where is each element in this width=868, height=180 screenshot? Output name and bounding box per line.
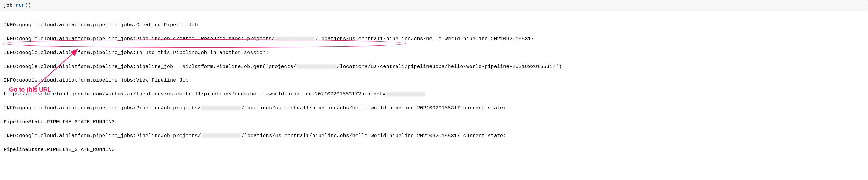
log-line: INFO:google.cloud.aiplatform.pipeline_jo… bbox=[4, 105, 864, 112]
log-message: Creating PipelineJob bbox=[136, 22, 198, 28]
log-state: PipelineState.PIPELINE_STATE_RUNNING bbox=[4, 147, 864, 153]
log-message: /locations/us-central1/pipelineJobs/hell… bbox=[241, 133, 506, 139]
log-line: INFO:google.cloud.aiplatform.pipeline_jo… bbox=[4, 132, 864, 140]
log-message: PipelineJob projects/ bbox=[136, 133, 201, 139]
log-line: INFO:google.cloud.aiplatform.pipeline_jo… bbox=[4, 63, 864, 70]
log-line: INFO:google.cloud.aiplatform.pipeline_jo… bbox=[4, 22, 864, 29]
log-message: To use this PipelineJob in another sessi… bbox=[136, 50, 269, 56]
log-prefix: INFO:google.cloud.aiplatform.pipeline_jo… bbox=[4, 36, 136, 42]
log-message: pipeline_job = aiplatform.PipelineJob.ge… bbox=[136, 64, 297, 69]
log-prefix: INFO:google.cloud.aiplatform.pipeline_jo… bbox=[4, 22, 136, 28]
log-state: PipelineState.PIPELINE_STATE_RUNNING bbox=[4, 119, 864, 126]
log-url-line: https://console.cloud.google.com/vertex-… bbox=[4, 91, 864, 98]
log-prefix: INFO:google.cloud.aiplatform.pipeline_jo… bbox=[4, 133, 136, 139]
log-message: View Pipeline Job: bbox=[136, 77, 192, 83]
log-message: /locations/us-central1/pipelineJobs/hell… bbox=[241, 105, 506, 111]
output-area: INFO:google.cloud.aiplatform.pipeline_jo… bbox=[0, 12, 868, 161]
code-dot: . bbox=[13, 2, 16, 8]
code-method: run bbox=[16, 2, 25, 8]
log-message: PipelineJob created. Resource name: proj… bbox=[136, 36, 275, 42]
log-prefix: INFO:google.cloud.aiplatform.pipeline_jo… bbox=[4, 50, 136, 56]
redacted-project-id bbox=[202, 133, 241, 138]
log-message: /locations/us-central1/pipelineJobs/hell… bbox=[315, 36, 534, 42]
log-line: INFO:google.cloud.aiplatform.pipeline_jo… bbox=[4, 50, 864, 57]
log-line: INFO:google.cloud.aiplatform.pipeline_jo… bbox=[4, 77, 864, 84]
log-prefix: INFO:google.cloud.aiplatform.pipeline_jo… bbox=[4, 77, 136, 83]
redacted-project-id bbox=[386, 92, 426, 96]
redacted-project-id bbox=[275, 36, 315, 41]
log-prefix: INFO:google.cloud.aiplatform.pipeline_jo… bbox=[4, 105, 136, 111]
log-prefix: INFO:google.cloud.aiplatform.pipeline_jo… bbox=[4, 64, 136, 69]
log-message: /locations/us-central1/pipelineJobs/hell… bbox=[337, 64, 562, 69]
annotation-label: Go to this URL bbox=[9, 86, 51, 94]
log-message: PipelineJob projects/ bbox=[136, 105, 201, 111]
redacted-project-id bbox=[202, 106, 241, 110]
log-line: INFO:google.cloud.aiplatform.pipeline_jo… bbox=[4, 36, 864, 42]
redacted-project-id bbox=[297, 64, 336, 68]
code-input-cell[interactable]: job.run() bbox=[0, 0, 868, 11]
code-parens: () bbox=[25, 2, 31, 8]
code-object: job bbox=[3, 2, 13, 8]
console-url[interactable]: https://console.cloud.google.com/vertex-… bbox=[4, 91, 386, 97]
